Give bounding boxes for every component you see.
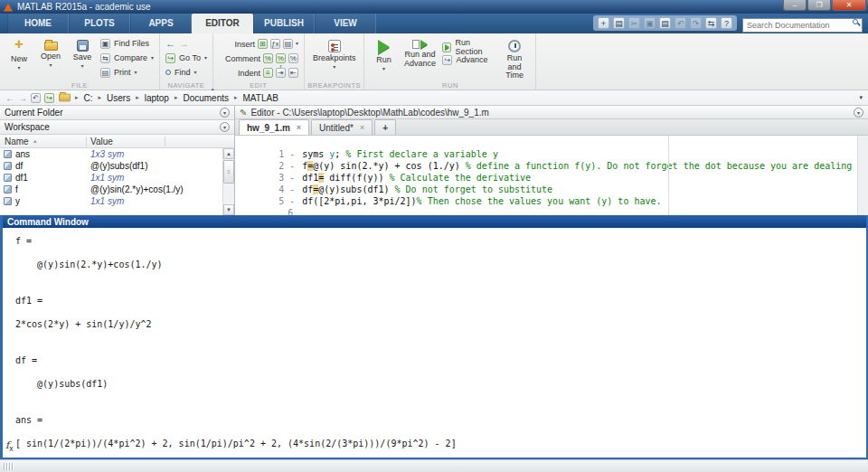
panel-menu-icon[interactable]: ▾ [854, 108, 863, 118]
tab-editor[interactable]: EDITOR [192, 14, 253, 33]
paste-icon[interactable]: ▤ [659, 17, 671, 29]
console-line: @(y)subs(df1) [15, 378, 866, 390]
line-number[interactable]: 6 [278, 207, 302, 215]
breadcrumb-item[interactable]: Users [105, 93, 132, 103]
run-and-time-button[interactable]: Run and Time [499, 35, 531, 80]
dock-grip-icon[interactable] [6, 463, 8, 470]
search-input[interactable] [742, 18, 863, 33]
minimize-button[interactable]: – [783, 0, 807, 11]
indent-right-icon[interactable]: ⇥ [276, 68, 286, 78]
tab-home[interactable]: HOME [7, 14, 69, 33]
breadcrumb-item[interactable]: MATLAB [241, 93, 280, 103]
scroll-up-icon[interactable]: ▲ [223, 148, 234, 159]
uncomment-icon[interactable]: % [288, 53, 298, 63]
editor-panel: ✎ Editor - C:\Users\laptop\Desktop\MathL… [235, 106, 868, 215]
new-button[interactable]: + New ▾ [5, 35, 33, 71]
workspace-row[interactable]: df @(y)subs(df1) [0, 160, 234, 172]
workspace-row[interactable]: f @(y)sin(2.*y)+cos(1./y) [0, 184, 234, 195]
line-number[interactable]: 5 - [278, 195, 302, 207]
indent-left-icon[interactable]: ⇤ [288, 68, 298, 78]
editor-panel-header: ✎ Editor - C:\Users\laptop\Desktop\MathL… [235, 106, 868, 119]
comment-block-icon[interactable]: %{ [276, 53, 286, 63]
goto-button[interactable]: ↪ Go To ▾ [165, 52, 207, 64]
workspace-row[interactable]: df1 1x1 sym [0, 172, 234, 184]
search-icon[interactable] [853, 19, 858, 24]
redo-icon[interactable]: ↷ [690, 17, 702, 29]
back-arrow-icon[interactable]: ← [5, 93, 14, 103]
editor-tab-hw-9-1[interactable]: hw_9_1.m × [239, 119, 309, 135]
close-button[interactable]: ✕ [832, 0, 866, 11]
line-number[interactable]: 3 - [278, 172, 302, 184]
new-script-icon[interactable]: + [598, 17, 609, 29]
run-button[interactable]: Run ▾ [370, 35, 397, 71]
maximize-button[interactable]: ❐ [807, 0, 831, 11]
find-button[interactable]: Find ▾ [165, 66, 207, 79]
close-tab-icon[interactable]: × [360, 123, 364, 132]
copy-icon[interactable]: ▣ [644, 17, 656, 29]
open-button[interactable]: Open ▾ [37, 35, 64, 68]
undo-icon[interactable]: ↶ [675, 17, 686, 29]
command-window-header[interactable]: Command Window [3, 215, 866, 228]
workspace-row[interactable]: ans 1x3 sym [0, 148, 234, 160]
dock-grip-icon[interactable] [9, 463, 11, 470]
breakpoints-button[interactable]: Breakpoints ▾ [310, 35, 359, 70]
insert-annotation-icon[interactable]: ▤ [283, 39, 293, 49]
console-line [15, 366, 866, 378]
dock-grip-icon[interactable] [4, 463, 5, 470]
close-tab-icon[interactable]: × [297, 123, 301, 132]
breadcrumb-item[interactable]: Documents [181, 93, 231, 103]
dock-grip-icon[interactable] [12, 463, 14, 470]
panel-menu-icon[interactable]: ▾ [220, 122, 230, 132]
tab-apps[interactable]: APPS [130, 14, 192, 33]
tab-publish[interactable]: PUBLISH [253, 14, 315, 33]
browse-folder-icon[interactable]: ↪ [44, 93, 54, 103]
line-number[interactable]: 2 - [278, 160, 302, 172]
console-line: @(y)sin(2.*y)+cos(1./y) [15, 259, 866, 270]
find-files-button[interactable]: ▣ Find Files [100, 37, 154, 50]
scroll-down-icon[interactable]: ▼ [223, 204, 234, 215]
line-number[interactable]: 1 - [278, 148, 302, 160]
print-button[interactable]: ▤ Print ▾ [100, 66, 154, 79]
smart-indent-icon[interactable]: ≡ [263, 68, 273, 78]
insert-function-icon[interactable]: ƒx [270, 39, 280, 49]
workspace-scrollbar[interactable]: ▲ ≡ ▼ [222, 148, 234, 215]
save-icon[interactable]: ▤ [613, 17, 625, 29]
comment-icon[interactable]: % [263, 53, 273, 63]
code-analyzer-bar[interactable] [857, 136, 868, 215]
save-button[interactable]: Save ▾ [69, 35, 96, 69]
console-line: [ sin(1/(2*pi))/(4*pi^2) + 2, sin(1/pi)/… [15, 438, 866, 449]
advance-button[interactable]: ↪ Advance [442, 53, 494, 66]
forward-arrow-icon[interactable]: → [18, 93, 27, 103]
tab-view[interactable]: VIEW [315, 14, 376, 33]
tab-plots[interactable]: PLOTS [69, 14, 130, 33]
back-arrow-icon[interactable]: ← [165, 38, 175, 49]
column-header-name[interactable]: Name ▲ [0, 137, 87, 146]
run-section-button[interactable]: Run Section [442, 41, 494, 53]
ribbon-section-navigate: ← → ↪ Go To ▾ Find ▾ NAVIGATE [160, 33, 213, 90]
line-number[interactable]: 4 - [278, 184, 302, 195]
chevron-down-icon: ▾ [151, 56, 154, 61]
breadcrumb-dropdown-icon[interactable]: ▾ [859, 94, 863, 101]
scrollbar-thumb[interactable]: ≡ [223, 160, 234, 184]
open-folder-icon [44, 42, 58, 51]
up-one-level-icon[interactable]: ↶ [31, 93, 41, 103]
breadcrumb-item[interactable]: laptop [143, 93, 171, 103]
run-and-advance-button[interactable]: Run and Advance [401, 35, 438, 68]
compare-button[interactable]: ⇆ Compare ▾ [100, 52, 154, 64]
cut-icon[interactable]: ✂ [628, 17, 640, 29]
breadcrumb-item[interactable]: C: [82, 93, 95, 103]
code-editor[interactable]: 1 -syms y; % First declare a variable y … [235, 136, 868, 215]
panel-menu-icon[interactable]: ▾ [220, 108, 230, 118]
new-editor-tab-button[interactable]: + [374, 119, 396, 135]
breakpoints-icon [328, 40, 341, 52]
console-output[interactable]: fx f = @(y)sin(2.*y)+cos(1./y)df1 =2*cos… [3, 228, 866, 458]
window-title: MATLAB R2015a - academic use [17, 2, 151, 12]
editor-tab-untitled[interactable]: Untitled* × [311, 119, 373, 135]
workspace-row[interactable]: y 1x1 sym [0, 195, 234, 207]
help-icon[interactable]: ? [721, 17, 732, 29]
forward-arrow-icon[interactable]: → [179, 38, 189, 49]
code-line[interactable]: 1 -syms y; % First declare a variable y [235, 136, 868, 147]
column-header-value[interactable]: Value [87, 137, 165, 146]
insert-section-icon[interactable]: ⊞ [258, 39, 268, 49]
switch-window-icon[interactable]: ⇆ [705, 17, 717, 29]
